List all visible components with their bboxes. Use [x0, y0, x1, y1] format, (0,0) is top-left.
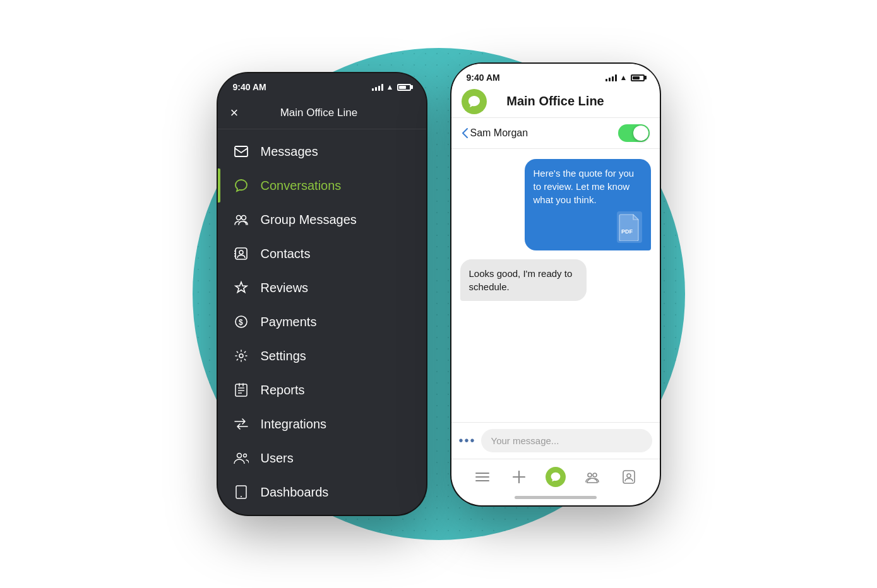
nav-label-dashboards: Dashboards — [261, 485, 329, 500]
messages-area: Here's the quote for you to review. Let … — [451, 149, 660, 311]
svg-point-27 — [627, 474, 631, 478]
pdf-icon: PDF — [617, 211, 642, 243]
nav-item-dashboards[interactable]: Dashboards — [218, 475, 426, 509]
tab-bubble — [546, 467, 566, 487]
background: 9:40 AM ▲ — [0, 0, 877, 588]
tab-group-chat[interactable] — [582, 467, 602, 487]
nav-label-reports: Reports — [261, 383, 305, 397]
app-logo — [462, 89, 487, 114]
gear-icon — [233, 348, 249, 364]
svg-rect-0 — [235, 146, 248, 156]
nav-list: Messages Conversations — [218, 129, 426, 514]
phone-left: 9:40 AM ▲ — [218, 73, 426, 515]
nav-label-conversations: Conversations — [261, 179, 342, 193]
right-status-time: 9:40 AM — [467, 73, 500, 83]
cloud-top-right — [700, 38, 864, 95]
more-options-button[interactable]: ••• — [459, 433, 476, 448]
left-status-bar: 9:40 AM ▲ — [218, 73, 426, 97]
right-home-indicator — [515, 496, 597, 499]
nav-label-settings: Settings — [261, 349, 306, 363]
svg-text:$: $ — [239, 318, 243, 327]
phone-left-wrapper: 9:40 AM ▲ — [218, 73, 426, 515]
right-battery-icon — [631, 74, 645, 81]
nav-item-group-messages[interactable]: Group Messages — [218, 203, 426, 237]
phone-right: 9:40 AM ▲ — [451, 64, 660, 505]
group-chat-icon — [233, 211, 249, 228]
toggle-switch[interactable] — [618, 124, 650, 142]
nav-item-reports[interactable]: Reports — [218, 373, 426, 407]
signal-bars-icon — [372, 83, 383, 91]
left-status-icons: ▲ — [372, 83, 411, 91]
nav-label-users: Users — [261, 451, 294, 466]
svg-point-1 — [236, 216, 241, 220]
integrations-icon — [233, 416, 249, 432]
svg-point-16 — [243, 454, 246, 457]
reports-icon — [233, 382, 249, 398]
tab-menu[interactable] — [472, 467, 492, 487]
right-header-title: Main Office Line — [506, 94, 604, 109]
users-icon — [233, 450, 249, 466]
tab-add[interactable] — [509, 467, 529, 487]
svg-point-10 — [239, 354, 243, 358]
nav-label-integrations: Integrations — [261, 417, 327, 432]
wifi-icon: ▲ — [386, 83, 394, 91]
nav-item-payments[interactable]: $ Payments — [218, 305, 426, 339]
phones-container: 9:40 AM ▲ — [218, 73, 660, 515]
nav-label-contacts: Contacts — [261, 247, 311, 261]
right-header: Main Office Line — [451, 88, 660, 118]
nav-item-integrations[interactable]: Integrations — [218, 407, 426, 441]
bottom-tab-bar — [451, 459, 660, 492]
right-status-bar: 9:40 AM ▲ — [451, 64, 660, 88]
cloud-bottom-right — [713, 493, 839, 538]
svg-text:PDF: PDF — [621, 228, 633, 235]
nav-item-contacts[interactable]: Contacts — [218, 237, 426, 271]
svg-point-4 — [239, 250, 243, 254]
nav-item-messages[interactable]: Messages — [218, 134, 426, 168]
tab-message-active[interactable] — [546, 467, 566, 487]
right-signal-bars-icon — [606, 74, 617, 81]
phone-icon — [233, 484, 249, 500]
message-received-1: Looks good, I'm ready to schedule. — [460, 259, 587, 301]
chat-icon — [233, 177, 249, 194]
message-input[interactable]: Your message... — [481, 429, 652, 452]
tab-contact-card[interactable] — [619, 467, 639, 487]
nav-item-settings[interactable]: Settings — [218, 339, 426, 373]
nav-label-payments: Payments — [261, 315, 317, 329]
nav-item-users[interactable]: Users — [218, 441, 426, 475]
nav-label-group-messages: Group Messages — [261, 213, 357, 227]
left-header-title: Main Office Line — [238, 107, 399, 119]
svg-point-17 — [241, 496, 242, 497]
contact-icon — [233, 245, 249, 262]
close-button[interactable]: × — [230, 105, 239, 121]
svg-point-15 — [237, 454, 241, 458]
svg-point-24 — [588, 473, 592, 477]
battery-icon — [397, 84, 411, 91]
svg-point-2 — [241, 216, 246, 220]
right-phone-inner: 9:40 AM ▲ — [451, 64, 660, 505]
svg-point-25 — [593, 473, 597, 477]
nav-label-messages: Messages — [261, 144, 318, 159]
envelope-icon — [233, 143, 249, 160]
pdf-attachment[interactable]: PDF — [534, 211, 642, 243]
phone-right-wrapper: 9:40 AM ▲ — [451, 64, 660, 505]
toggle-knob — [633, 126, 648, 141]
back-button[interactable]: Sam Morgan — [462, 127, 528, 139]
nav-item-conversations[interactable]: Conversations — [218, 168, 426, 203]
back-row: Sam Morgan — [451, 118, 660, 149]
right-wifi-icon: ▲ — [620, 73, 628, 82]
message-text-2: Looks good, I'm ready to schedule. — [469, 268, 573, 292]
nav-label-reviews: Reviews — [261, 281, 309, 295]
message-sent-1: Here's the quote for you to review. Let … — [525, 159, 651, 250]
contact-name: Sam Morgan — [470, 127, 528, 139]
left-status-time: 9:40 AM — [233, 82, 266, 92]
payments-icon: $ — [233, 314, 249, 330]
nav-item-reviews[interactable]: Reviews — [218, 271, 426, 305]
message-input-row: ••• Your message... — [451, 422, 660, 459]
left-header: × Main Office Line — [218, 97, 426, 129]
right-status-icons: ▲ — [606, 73, 645, 82]
star-icon — [233, 279, 249, 296]
cloud-bottom-left — [19, 353, 158, 404]
message-text-1: Here's the quote for you to review. Let … — [534, 168, 635, 205]
